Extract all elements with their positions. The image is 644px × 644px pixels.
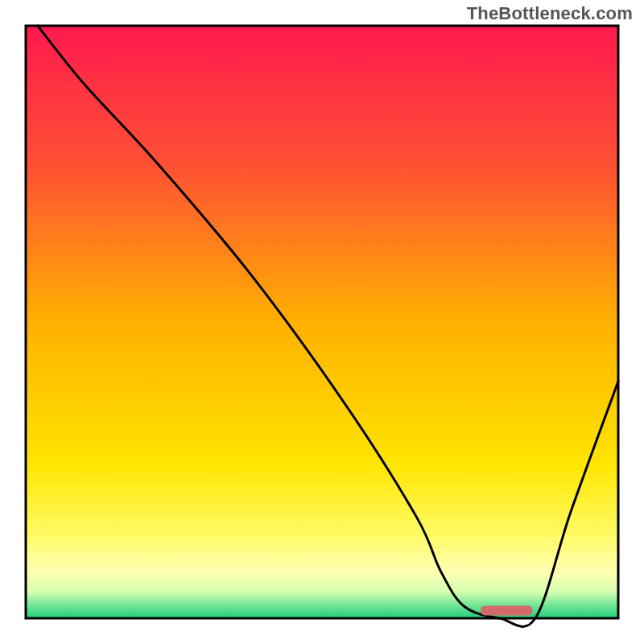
- chart-container: TheBottleneck.com: [0, 0, 644, 644]
- chart-svg: [0, 0, 644, 644]
- plot-background: [26, 26, 618, 618]
- optimum-marker: [481, 605, 532, 615]
